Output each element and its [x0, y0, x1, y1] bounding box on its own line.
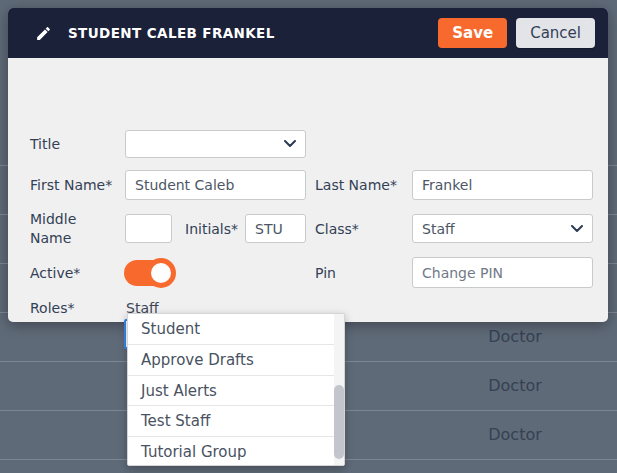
- edit-student-modal: STUDENT CALEB FRANKEL Save Cancel Title …: [8, 8, 608, 322]
- header-buttons: Save Cancel: [438, 18, 595, 48]
- pin-input[interactable]: [412, 257, 593, 288]
- dropdown-option[interactable]: Test Staff: [128, 405, 334, 435]
- modal-title: STUDENT CALEB FRANKEL: [68, 25, 275, 41]
- first-name-input[interactable]: [125, 170, 306, 200]
- last-name-label: Last Name*: [315, 177, 397, 193]
- title-label: Title: [30, 136, 60, 152]
- active-toggle[interactable]: [124, 260, 174, 286]
- last-name-input[interactable]: [412, 170, 593, 200]
- table-cell: Doctor: [455, 425, 575, 444]
- active-label: Active*: [30, 265, 80, 281]
- dropdown-option[interactable]: Student: [128, 314, 334, 344]
- roles-label: Roles*: [30, 300, 74, 316]
- class-label: Class*: [315, 221, 359, 237]
- chevron-down-icon: [284, 140, 296, 148]
- modal-body: Title First Name* Last Name* Middle Name…: [8, 58, 608, 322]
- middle-name-label: Middle Name: [30, 210, 92, 248]
- pin-label: Pin: [315, 265, 336, 281]
- dropdown-option[interactable]: Approve Drafts: [128, 344, 334, 374]
- first-name-label: First Name*: [30, 177, 112, 193]
- class-select-value: Staff: [422, 221, 571, 237]
- initials-input[interactable]: [245, 214, 306, 243]
- save-button[interactable]: Save: [438, 18, 507, 48]
- scrollbar-thumb[interactable]: [334, 385, 344, 459]
- dropdown-option[interactable]: Tutorial Group: [128, 436, 334, 466]
- class-select[interactable]: Staff: [412, 214, 593, 243]
- chevron-down-icon: [571, 225, 583, 233]
- table-cell: Doctor: [455, 327, 575, 346]
- roles-dropdown-menu: Student Approve Drafts Just Alerts Test …: [127, 313, 345, 466]
- toggle-knob: [146, 258, 176, 288]
- pencil-icon: [35, 25, 52, 42]
- table-cell: Doctor: [455, 376, 575, 395]
- dropdown-option[interactable]: Just Alerts: [128, 375, 334, 405]
- dropdown-scrollbar: [334, 314, 344, 465]
- modal-header: STUDENT CALEB FRANKEL Save Cancel: [8, 8, 608, 58]
- title-select[interactable]: [125, 130, 306, 158]
- middle-name-input[interactable]: [125, 214, 172, 243]
- initials-label: Initials*: [185, 221, 238, 237]
- cancel-button[interactable]: Cancel: [516, 18, 595, 48]
